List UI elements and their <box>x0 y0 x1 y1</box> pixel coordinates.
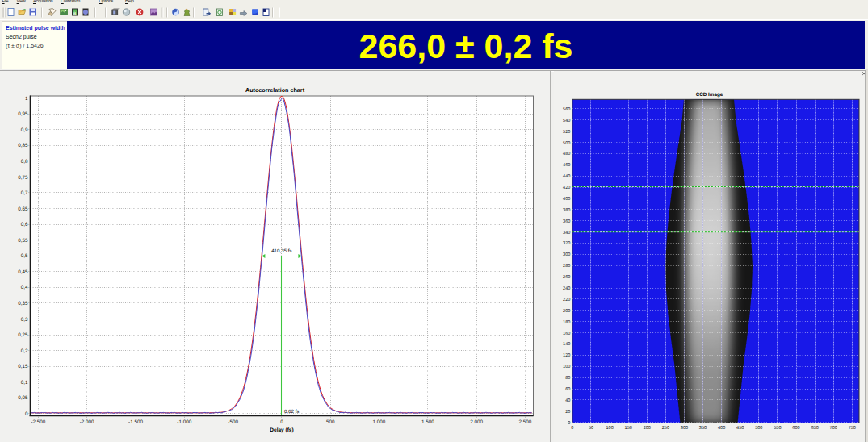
svg-text:140: 140 <box>563 342 570 347</box>
svg-text:420: 420 <box>563 186 570 190</box>
svg-text:0,25: 0,25 <box>18 332 28 338</box>
svg-text:0,45: 0,45 <box>18 269 28 275</box>
svg-text:1 500: 1 500 <box>421 419 434 425</box>
svg-text:0: 0 <box>25 411 28 417</box>
svg-text:200: 200 <box>563 309 570 314</box>
svg-text:100: 100 <box>606 426 613 431</box>
svg-text:540: 540 <box>563 119 570 123</box>
svg-text:0,9: 0,9 <box>21 127 28 133</box>
svg-text:0,85: 0,85 <box>18 143 28 148</box>
svg-text:-1 500: -1 500 <box>128 419 143 425</box>
svg-text:0,7: 0,7 <box>21 190 28 196</box>
svg-text:1 000: 1 000 <box>373 419 386 425</box>
svg-text:0,3: 0,3 <box>21 317 28 323</box>
svg-text:480: 480 <box>563 152 570 156</box>
svg-text:380: 380 <box>563 208 570 213</box>
svg-text:0,4: 0,4 <box>21 285 28 290</box>
svg-text:320: 320 <box>563 241 570 246</box>
svg-text:300: 300 <box>563 252 570 257</box>
svg-text:0: 0 <box>568 421 570 426</box>
svg-text:0,5: 0,5 <box>21 253 28 259</box>
svg-text:-2 000: -2 000 <box>80 419 94 425</box>
svg-text:410,35 fs: 410,35 fs <box>271 248 291 254</box>
svg-text:0: 0 <box>280 419 283 425</box>
svg-text:0,2: 0,2 <box>21 348 28 354</box>
svg-text:200: 200 <box>644 426 651 431</box>
svg-text:520: 520 <box>563 130 570 135</box>
svg-text:350: 350 <box>699 426 707 431</box>
svg-text:460: 460 <box>563 163 570 168</box>
svg-text:560: 560 <box>563 107 570 112</box>
svg-text:0,35: 0,35 <box>18 301 28 306</box>
svg-text:400: 400 <box>563 197 570 202</box>
svg-text:0,62 fs: 0,62 fs <box>284 409 300 415</box>
svg-text:600: 600 <box>792 426 799 431</box>
svg-text:0,05: 0,05 <box>18 395 28 401</box>
svg-text:-1 000: -1 000 <box>177 419 191 425</box>
svg-text:0,75: 0,75 <box>18 175 28 181</box>
svg-text:550: 550 <box>774 426 781 431</box>
svg-text:60: 60 <box>565 387 570 392</box>
svg-text:240: 240 <box>563 286 570 291</box>
svg-text:Delay (fs): Delay (fs) <box>270 427 293 433</box>
svg-text:500: 500 <box>755 426 762 431</box>
svg-text:340: 340 <box>563 231 570 236</box>
svg-text:80: 80 <box>565 376 570 381</box>
svg-text:250: 250 <box>662 426 669 431</box>
svg-text:2 500: 2 500 <box>518 419 531 425</box>
svg-text:0,6: 0,6 <box>21 222 28 227</box>
svg-text:-2 500: -2 500 <box>31 419 45 425</box>
svg-text:20: 20 <box>565 410 570 415</box>
svg-text:0: 0 <box>571 426 573 431</box>
svg-text:0,8: 0,8 <box>21 159 28 165</box>
svg-text:400: 400 <box>718 426 725 431</box>
svg-text:450: 450 <box>736 426 744 431</box>
svg-text:700: 700 <box>830 426 837 431</box>
svg-text:300: 300 <box>681 426 688 431</box>
svg-text:750: 750 <box>849 426 856 431</box>
svg-text:2 000: 2 000 <box>470 419 483 425</box>
svg-text:150: 150 <box>625 426 632 431</box>
svg-text:220: 220 <box>563 298 570 302</box>
svg-text:440: 440 <box>563 174 570 179</box>
svg-text:280: 280 <box>563 264 570 269</box>
svg-text:Autocorrelation chart: Autocorrelation chart <box>245 86 305 94</box>
svg-text:500: 500 <box>326 419 335 425</box>
svg-text:1: 1 <box>25 96 28 102</box>
svg-text:360: 360 <box>563 219 570 224</box>
svg-text:0,1: 0,1 <box>21 380 28 386</box>
svg-text:100: 100 <box>563 365 570 369</box>
svg-text:500: 500 <box>563 141 570 146</box>
svg-text:160: 160 <box>563 332 570 336</box>
svg-text:180: 180 <box>563 320 570 325</box>
svg-text:0,55: 0,55 <box>18 238 28 244</box>
svg-text:50: 50 <box>589 426 593 431</box>
svg-text:-500: -500 <box>228 419 238 425</box>
svg-text:0,65: 0,65 <box>18 206 28 212</box>
svg-text:120: 120 <box>563 353 570 358</box>
svg-text:260: 260 <box>563 275 570 280</box>
svg-text:650: 650 <box>811 426 818 431</box>
svg-text:0,95: 0,95 <box>18 111 28 117</box>
svg-text:0,15: 0,15 <box>18 364 28 369</box>
svg-text:40: 40 <box>565 398 570 403</box>
svg-text:CCD Image: CCD Image <box>696 92 723 98</box>
